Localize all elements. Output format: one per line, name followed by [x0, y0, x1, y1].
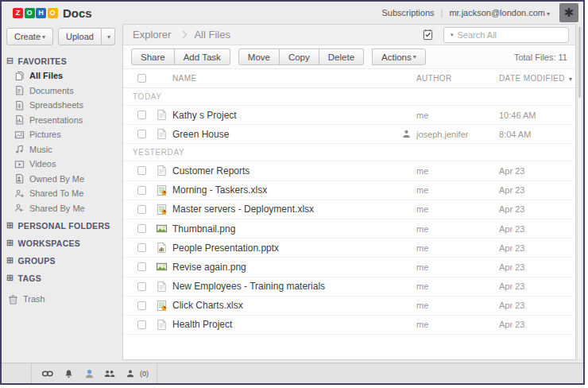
gear-icon: ✱	[564, 6, 574, 20]
chat-user-icon[interactable]	[81, 367, 97, 381]
sidebar-item-pictures[interactable]: Pictures	[6, 127, 118, 142]
file-row[interactable]: Click Charts.xlsxmeApr 23	[123, 297, 575, 316]
sidebar-item-label: All Files	[29, 71, 63, 80]
sidebar-section-groups[interactable]: ⊞GROUPS	[6, 253, 118, 268]
select-all-checkbox[interactable]	[137, 74, 146, 83]
row-checkbox[interactable]	[137, 166, 146, 175]
sidebar-item-spreadsheets[interactable]: Spreadsheets	[6, 98, 118, 113]
settings-button[interactable]: ✱	[559, 3, 578, 22]
file-name[interactable]: People Presentation.pptx	[172, 242, 396, 254]
file-row[interactable]: Master servers - Deployment.xlsxmeApr 23	[123, 200, 575, 219]
file-list: TODAYKathy s Projectme10:46 AMGreen Hous…	[123, 88, 575, 359]
top-header: ZOHO Docs Subscriptions | mr.jackson@lon…	[2, 2, 583, 24]
file-row[interactable]: Thumbnail.pngmeApr 23	[123, 219, 575, 239]
file-name[interactable]: Customer Reports	[172, 165, 396, 177]
user-icon[interactable]	[122, 367, 138, 381]
file-name[interactable]: Click Charts.xlsx	[172, 300, 396, 311]
sidebar-item-shared-by-me[interactable]: Shared By Me	[6, 201, 118, 216]
breadcrumb-explorer[interactable]: Explorer	[133, 29, 171, 41]
file-row[interactable]: People Presentation.pptxmeApr 23	[123, 239, 575, 258]
row-checkbox[interactable]	[137, 320, 146, 329]
file-row[interactable]: Morning - Taskers.xlsxmeApr 23	[123, 181, 575, 200]
column-header-author[interactable]: AUTHOR	[416, 74, 499, 83]
file-row[interactable]: New Employees - Training materialsmeApr …	[123, 277, 575, 297]
file-name[interactable]: Health Project	[172, 319, 396, 330]
sidebar-sections: ⊞PERSONAL FOLDERS⊞WORKSPACES⊞GROUPS⊞TAGS	[6, 218, 118, 285]
file-name[interactable]: Revise again.png	[172, 262, 396, 273]
sidebar-item-music[interactable]: Music	[6, 142, 118, 157]
link-icon[interactable]	[40, 367, 56, 381]
file-row[interactable]: Health ProjectmeApr 23	[123, 316, 575, 335]
add-task-button[interactable]: Add Task	[175, 48, 230, 65]
column-header-date[interactable]: DATE MODIFIED ▾	[499, 74, 575, 83]
favorites-section-header[interactable]: ⊟ FAVORITES	[6, 53, 118, 68]
spreadsheet-file-icon	[150, 300, 172, 312]
sidebar-item-all-files[interactable]: All Files	[6, 68, 118, 83]
row-checkbox[interactable]	[137, 243, 146, 252]
move-button[interactable]: Move	[238, 48, 280, 65]
actions-button[interactable]: Actions▾	[372, 48, 426, 65]
breadcrumb-all-files[interactable]: All Files	[194, 29, 230, 41]
documents-icon	[14, 85, 25, 95]
header-separator: |	[441, 8, 443, 17]
sidebar: Create▾ Upload ▾ ⊟ FAVORITES All FilesDo…	[2, 24, 122, 363]
file-row[interactable]: Green Housejoseph.jenifer8:04 AM	[123, 125, 575, 144]
copy-button[interactable]: Copy	[280, 48, 319, 65]
bell-icon[interactable]	[60, 367, 76, 381]
file-author: me	[416, 320, 499, 329]
row-checkbox[interactable]	[137, 186, 146, 195]
file-row[interactable]: Customer ReportsmeApr 23	[123, 161, 575, 180]
document-file-icon	[150, 128, 172, 140]
chevron-down-icon: ▾	[547, 10, 550, 17]
file-name[interactable]: Thumbnail.png	[172, 223, 396, 235]
sidebar-item-documents[interactable]: Documents	[6, 83, 118, 99]
sidebar-section-personal-folders[interactable]: ⊞PERSONAL FOLDERS	[6, 218, 118, 233]
product-name: Docs	[63, 6, 92, 20]
search-input[interactable]	[458, 30, 571, 40]
vertical-scrollbar[interactable]	[577, 24, 582, 360]
file-date: Apr 23	[499, 185, 575, 195]
sidebar-item-trash[interactable]: Trash	[6, 292, 118, 307]
sidebar-item-presentations[interactable]: Presentations	[6, 113, 118, 128]
search-scope-caret-icon[interactable]: ▾	[451, 32, 454, 38]
expand-icon: ⊞	[6, 274, 14, 282]
logo-letter-tile: H	[36, 8, 46, 18]
sidebar-item-shared-to-me[interactable]: Shared To Me	[6, 186, 118, 201]
sidebar-section-tags[interactable]: ⊞TAGS	[6, 270, 118, 285]
create-button[interactable]: Create▾	[6, 28, 53, 45]
scrollbar-thumb[interactable]	[578, 26, 581, 98]
file-name[interactable]: Green House	[172, 129, 396, 140]
task-list-button[interactable]	[420, 27, 435, 43]
zoho-docs-logo[interactable]: ZOHO Docs	[13, 6, 92, 20]
column-header-name[interactable]: NAME	[172, 74, 396, 83]
file-name[interactable]: Morning - Taskers.xlsx	[172, 184, 396, 196]
file-row[interactable]: Revise again.pngmeApr 23	[123, 258, 575, 277]
row-checkbox[interactable]	[137, 262, 146, 271]
share-button[interactable]: Share	[131, 48, 175, 65]
row-checkbox[interactable]	[137, 282, 146, 291]
upload-button[interactable]: Upload	[58, 28, 102, 45]
sidebar-item-videos[interactable]: Videos	[6, 157, 118, 172]
spreadsheet-file-icon	[150, 184, 172, 196]
row-checkbox[interactable]	[137, 130, 146, 138]
contacts-icon[interactable]	[102, 367, 118, 381]
account-menu[interactable]: mr.jackson@london.com▾	[449, 8, 550, 17]
subscriptions-link[interactable]: Subscriptions	[381, 8, 434, 17]
spreadsheets-icon	[14, 100, 25, 111]
file-row[interactable]: Kathy s Projectme10:46 AM	[123, 106, 575, 125]
file-name[interactable]: Master servers - Deployment.xlsx	[172, 204, 396, 215]
row-checkbox[interactable]	[137, 224, 146, 233]
sidebar-item-owned-by-me[interactable]: Owned By Me	[6, 172, 118, 187]
logo-letter-tile: Z	[13, 8, 23, 18]
image-file-icon	[150, 261, 172, 273]
file-name[interactable]: Kathy s Project	[172, 110, 396, 121]
delete-button[interactable]: Delete	[319, 48, 364, 65]
file-name[interactable]: New Employees - Training materials	[172, 281, 396, 292]
sidebar-section-workspaces[interactable]: ⊞WORKSPACES	[6, 235, 118, 250]
file-date: 10:46 AM	[499, 111, 575, 120]
upload-options-button[interactable]: ▾	[102, 28, 115, 45]
row-checkbox[interactable]	[137, 205, 146, 214]
row-checkbox[interactable]	[137, 301, 146, 310]
row-checkbox[interactable]	[137, 111, 146, 119]
sidebar-item-label: Videos	[29, 159, 56, 169]
